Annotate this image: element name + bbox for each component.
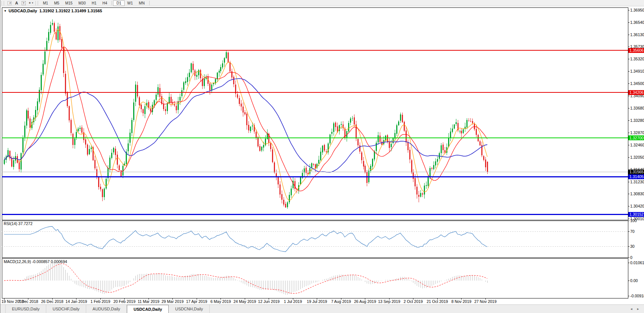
svg-text:1.30830: 1.30830 <box>630 192 644 196</box>
svg-text:1 Jul 2019: 1 Jul 2019 <box>284 299 302 304</box>
chart-tabs: EURUSD,DailyUSDCHF,DailyAUDUSD,DailyUSDC… <box>5 305 210 313</box>
timeframe-m15-button[interactable]: M15 <box>62 1 75 6</box>
svg-text:24 May 2019: 24 May 2019 <box>234 299 256 304</box>
svg-text:1.31565: 1.31565 <box>629 170 644 174</box>
svg-text:0.010615: 0.010615 <box>630 260 644 265</box>
svg-text:1.34910: 1.34910 <box>630 69 644 73</box>
timeframe-h4-button[interactable]: H4 <box>100 1 110 6</box>
svg-text:1.32460: 1.32460 <box>630 143 644 147</box>
symbol-collapse-icon[interactable]: ▼ <box>4 9 7 13</box>
tab-usdchf[interactable]: USDCHF,Daily <box>46 305 86 313</box>
arrow-objects-tool-icon[interactable]: ✶ <box>28 0 34 6</box>
toolbar-separator <box>112 1 112 5</box>
svg-text:1.32870: 1.32870 <box>630 130 644 135</box>
tab-scroll-arrows: ◄ ► <box>625 305 644 313</box>
svg-text:1.35320: 1.35320 <box>630 57 644 61</box>
svg-text:26 Dec 2018: 26 Dec 2018 <box>41 299 63 304</box>
svg-text:30: 30 <box>630 244 635 249</box>
symbol-label: USDCAD,Daily <box>9 9 37 13</box>
svg-text:1.34500: 1.34500 <box>630 81 644 86</box>
svg-text:1.30152: 1.30152 <box>629 212 644 216</box>
svg-text:1.32700: 1.32700 <box>629 136 644 140</box>
timeframe-w1-button[interactable]: W1 <box>124 1 136 6</box>
timeframe-buttons-group: M1M5M15M30H1H4D1W1MN <box>40 1 151 6</box>
svg-text:20 Feb 2019: 20 Feb 2019 <box>113 299 135 304</box>
ohlc-quote-values: 1.31902 1.31922 1.31499 1.31565 <box>39 9 102 13</box>
svg-text:26 Aug 2019: 26 Aug 2019 <box>354 299 376 304</box>
macd-label: MACD(12,26,9) -0.000857 0.000694 <box>4 259 67 264</box>
svg-text:1.33680: 1.33680 <box>630 106 644 110</box>
svg-text:1.36950: 1.36950 <box>630 8 644 12</box>
svg-text:0: 0 <box>630 255 632 260</box>
tab-eurusd[interactable]: EURUSD,Daily <box>5 305 46 313</box>
svg-text:70: 70 <box>630 229 635 234</box>
svg-text:13 Sep 2019: 13 Sep 2019 <box>378 299 400 304</box>
svg-text:1.36130: 1.36130 <box>630 32 644 37</box>
svg-text:1.36540: 1.36540 <box>630 20 644 25</box>
metatrader-window: FAT✶ M1M5M15M30H1H4D1W1MN 1.369501.36540… <box>0 0 644 313</box>
draw-tools-group: FAT✶ <box>6 0 34 6</box>
svg-text:17 Apr 2019: 17 Apr 2019 <box>186 299 207 304</box>
svg-text:29 Mar 2019: 29 Mar 2019 <box>162 299 184 304</box>
svg-text:2 Oct 2019: 2 Oct 2019 <box>404 299 423 304</box>
tabs-scroll-right-icon[interactable]: ► <box>637 307 640 311</box>
frame-f-tool-icon[interactable]: F <box>6 0 13 6</box>
chart-symbol-title: ▼USDCAD,Daily 1.31902 1.31922 1.31499 1.… <box>4 9 102 13</box>
svg-text:1.31405: 1.31405 <box>629 174 644 179</box>
text-box-tool-icon[interactable]: T <box>21 0 27 6</box>
svg-text:19 Jul 2019: 19 Jul 2019 <box>307 299 327 304</box>
toolbar-separator <box>149 1 150 5</box>
svg-text:11 Mar 2019: 11 Mar 2019 <box>138 299 159 304</box>
svg-text:-0.00918: -0.00918 <box>630 294 644 298</box>
svg-text:1.30420: 1.30420 <box>630 204 644 208</box>
timeframe-m30-button[interactable]: M30 <box>75 1 88 6</box>
price-chart-svg[interactable]: 1.369501.365401.361301.357301.353201.349… <box>0 0 644 313</box>
svg-text:21 Oct 2019: 21 Oct 2019 <box>426 299 448 304</box>
svg-text:100: 100 <box>630 218 637 223</box>
chart-tabs-bar: EURUSD,DailyUSDCHF,DailyAUDUSD,DailyUSDC… <box>0 304 644 313</box>
timeframe-h1-button[interactable]: H1 <box>89 1 100 6</box>
timeframe-mn-button[interactable]: MN <box>136 1 148 6</box>
toolbar-grip[interactable] <box>1 1 4 5</box>
tab-usdcnh[interactable]: USDCNH,Daily <box>169 305 210 313</box>
timeframe-toolbar-grip[interactable] <box>35 1 38 5</box>
tabs-scroll-left-icon[interactable]: ◄ <box>630 307 633 311</box>
tab-audusd[interactable]: AUDUSD,Daily <box>86 305 127 313</box>
timeframe-m1-button[interactable]: M1 <box>40 1 51 6</box>
svg-text:8 Nov 2019: 8 Nov 2019 <box>451 299 472 304</box>
timeframe-d1-button[interactable]: D1 <box>113 1 124 6</box>
svg-text:14 Jan 2019: 14 Jan 2019 <box>66 299 87 304</box>
svg-text:27 Nov 2019: 27 Nov 2019 <box>474 299 497 304</box>
svg-text:1.32050: 1.32050 <box>630 155 644 159</box>
chart-toolbar: FAT✶ M1M5M15M30H1H4D1W1MN <box>0 0 644 6</box>
rsi-label: RSI(14) 37.7272 <box>4 221 32 226</box>
svg-text:1.33280: 1.33280 <box>630 118 644 123</box>
text-label-tool-icon[interactable]: A <box>13 0 20 6</box>
svg-text:7 Aug 2019: 7 Aug 2019 <box>331 299 351 304</box>
tab-usdcad[interactable]: USDCAD,Daily <box>127 305 169 313</box>
timeframe-m5-button[interactable]: M5 <box>51 1 62 6</box>
svg-text:1.35606: 1.35606 <box>629 48 644 53</box>
svg-text:7 Dec 2018: 7 Dec 2018 <box>18 299 38 304</box>
svg-text:0.00: 0.00 <box>630 278 638 283</box>
svg-text:1 Feb 2019: 1 Feb 2019 <box>90 299 110 304</box>
svg-text:12 Jun 2019: 12 Jun 2019 <box>258 299 280 304</box>
svg-text:1.34206: 1.34206 <box>629 90 644 95</box>
svg-text:6 May 2019: 6 May 2019 <box>210 299 231 304</box>
svg-text:1.31230: 1.31230 <box>630 180 644 184</box>
